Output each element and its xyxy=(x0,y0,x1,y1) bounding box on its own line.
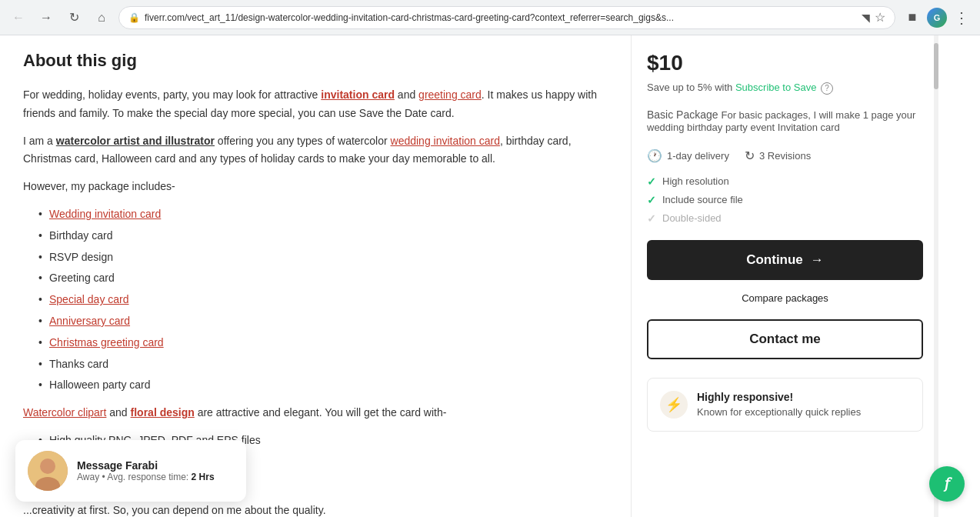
artist-bold-text: watercolor artist and illustrator xyxy=(56,135,215,147)
price-display: $10 xyxy=(647,51,923,75)
address-bar[interactable]: 🔒 fiverr.com/vect_art_11/design-watercol… xyxy=(118,6,895,29)
responsive-card: ⚡ Highly responsive! Known for exception… xyxy=(647,378,923,432)
lightning-icon: ⚡ xyxy=(660,391,688,419)
clipart-and: and xyxy=(106,406,130,419)
save-label: Save up to 5% with xyxy=(647,82,732,93)
check-icon: ✓ xyxy=(647,194,656,206)
revisions-item: ↻ 3 Revisions xyxy=(745,148,811,163)
popup-status-label: Away xyxy=(77,472,99,482)
delivery-item: 🕐 1-day delivery xyxy=(647,148,729,163)
special-day-link[interactable]: Special day card xyxy=(49,293,129,305)
check-icon: ✓ xyxy=(647,175,656,188)
popup-info: Message Farabi Away • Avg. response time… xyxy=(77,459,215,482)
continue-button[interactable]: Continue → xyxy=(647,240,923,280)
christmas-link[interactable]: Christmas greeting card xyxy=(49,336,164,349)
feature-item: ✓ High resolution xyxy=(647,175,923,188)
extensions-button[interactable]: ■ xyxy=(902,7,923,28)
list-item: Greeting card xyxy=(38,269,608,288)
scrollbar[interactable] xyxy=(934,35,938,517)
message-popup[interactable]: Message Farabi Away • Avg. response time… xyxy=(15,440,246,502)
avatar-svg xyxy=(28,451,68,491)
responsive-desc: Known for exceptionally quick replies xyxy=(697,406,861,418)
feature-item: ✓ Include source file xyxy=(647,194,923,206)
pricing-sidebar: $10 Save up to 5% with Subscribe to Save… xyxy=(631,35,938,517)
revisions-text: 3 Revisions xyxy=(759,150,811,162)
list-item: Thanks card xyxy=(38,355,608,374)
check-icon-disabled: ✓ xyxy=(647,212,656,225)
wedding-invitation-link[interactable]: Wedding invitation card xyxy=(49,208,161,220)
popup-status: Away • Avg. response time: 2 Hrs xyxy=(77,472,215,482)
svg-point-1 xyxy=(40,459,55,474)
cast-icon: ◥ xyxy=(862,12,870,24)
and-text: and xyxy=(395,88,418,101)
back-button[interactable]: ← xyxy=(8,7,29,28)
popup-response-time: 2 Hrs xyxy=(192,472,215,482)
feature-text: High resolution xyxy=(662,175,729,187)
popup-name: Message Farabi xyxy=(77,459,215,472)
features-list: ✓ High resolution ✓ Include source file … xyxy=(647,175,923,225)
greeting-card-link[interactable]: greeting card xyxy=(418,88,482,101)
subscribe-link[interactable]: Subscribe to Save xyxy=(735,82,817,93)
browser-chrome: ← → ↻ ⌂ 🔒 fiverr.com/vect_art_11/design-… xyxy=(0,0,980,35)
delivery-row: 🕐 1-day delivery ↻ 3 Revisions xyxy=(647,148,923,163)
user-avatar: G xyxy=(927,8,947,28)
lock-icon: 🔒 xyxy=(128,12,140,23)
compare-packages-link[interactable]: Compare packages xyxy=(647,292,923,304)
scrollbar-thumb xyxy=(934,43,938,89)
list-item: Birthday card xyxy=(38,227,608,245)
intro-paragraph: For wedding, holiday events, party, you … xyxy=(23,86,608,123)
floral-link[interactable]: floral design xyxy=(131,406,195,419)
fiverr-logo: 𝑓 xyxy=(945,475,950,492)
package-intro-text: However, my package includes- xyxy=(23,178,608,196)
browser-actions: ■ G ⋮ xyxy=(902,7,972,28)
popup-response-label: Avg. response time: xyxy=(107,472,188,482)
artist-intro-text: I am a xyxy=(23,135,56,147)
list-item: Halloween party card xyxy=(38,376,608,395)
contact-button[interactable]: Contact me xyxy=(647,319,923,359)
creativity-text: ...creativity at first. So, you can depe… xyxy=(23,502,608,517)
info-icon[interactable]: ? xyxy=(821,82,833,95)
feature-text: Double-sided xyxy=(662,212,722,224)
home-button[interactable]: ⌂ xyxy=(91,7,112,28)
package-list: Wedding invitation card Birthday card RS… xyxy=(38,205,608,395)
menu-button[interactable]: ⋮ xyxy=(951,7,972,28)
responsive-text: Highly responsive! Known for exceptional… xyxy=(697,391,861,418)
delivery-text: 1-day delivery xyxy=(667,150,729,162)
star-icon: ☆ xyxy=(875,10,885,25)
profile-avatar[interactable]: G xyxy=(926,7,948,28)
package-title: Basic Package For basic packages, I will… xyxy=(647,108,923,133)
responsive-title: Highly responsive! xyxy=(697,391,861,403)
clipart-paragraph: Watercolor clipart and floral design are… xyxy=(23,404,608,422)
feature-text: Include source file xyxy=(662,194,743,205)
package-section: Basic Package For basic packages, I will… xyxy=(647,108,923,133)
list-item: Special day card xyxy=(38,291,608,309)
wedding-link[interactable]: wedding invitation card xyxy=(391,135,500,147)
fiverr-fab[interactable]: 𝑓 xyxy=(929,466,965,502)
clock-icon: 🕐 xyxy=(647,148,662,163)
forward-button[interactable]: → xyxy=(35,7,57,28)
arrow-icon: → xyxy=(811,252,824,268)
reload-button[interactable]: ↻ xyxy=(63,7,85,28)
clipart-link[interactable]: Watercolor clipart xyxy=(23,406,106,419)
feature-item: ✓ Double-sided xyxy=(647,212,923,225)
list-item: Christmas greeting card xyxy=(38,334,608,352)
page-title: About this gig xyxy=(23,51,608,71)
save-text: Save up to 5% with Subscribe to Save ? xyxy=(647,82,923,95)
list-item: Anniversary card xyxy=(38,312,608,331)
anniversary-link[interactable]: Anniversary card xyxy=(49,315,130,327)
clipart-end: are attractive and elegant. You will get… xyxy=(195,406,447,419)
refresh-icon: ↻ xyxy=(745,148,755,163)
popup-avatar xyxy=(28,451,68,491)
intro-text: For wedding, holiday events, party, you … xyxy=(23,88,321,101)
list-item: RSVP design xyxy=(38,248,608,267)
artist-mid-text: offering you any types of watercolor xyxy=(215,135,391,147)
artist-paragraph: I am a watercolor artist and illustrator… xyxy=(23,132,608,169)
list-item: Wedding invitation card xyxy=(38,205,608,224)
invitation-card-link[interactable]: invitation card xyxy=(321,88,395,101)
url-text: fiverr.com/vect_art_11/design-watercolor… xyxy=(145,12,857,23)
